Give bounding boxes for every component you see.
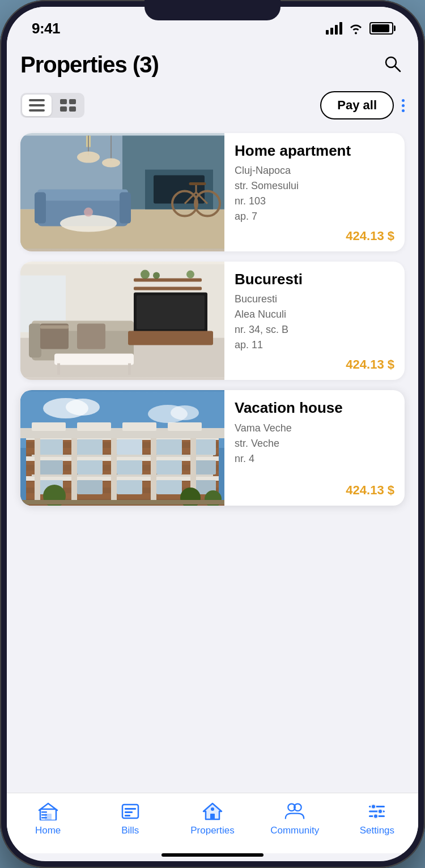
svg-rect-81 [32,474,213,477]
nav-label-settings: Settings [360,825,394,836]
svg-rect-47 [77,324,105,349]
phone-notch [144,0,280,20]
signal-icon [326,22,342,35]
svg-rect-88 [32,422,66,431]
page-header: Properties (3) [20,52,405,78]
svg-point-21 [84,208,93,217]
property-address-2: BucurestiAlea Nuculinr. 34, sc. Bap. 11 [235,292,394,353]
property-name-1: Home apartment [235,142,394,160]
property-image-1 [20,133,224,251]
nav-label-properties: Properties [190,825,234,836]
svg-rect-68 [156,439,182,455]
community-icon [284,801,305,822]
bottom-nav: Home Bills [7,793,418,853]
svg-rect-71 [77,460,103,474]
svg-rect-77 [117,480,142,494]
main-content: Properties (3) [7,41,418,793]
svg-rect-103 [41,814,47,816]
nav-item-community[interactable]: Community [266,801,323,836]
svg-rect-51 [128,364,131,375]
svg-point-99 [171,405,199,420]
nav-item-settings[interactable]: Settings [348,801,405,836]
property-card-1[interactable]: Home apartment Cluj-Napocastr. Somesului… [20,133,405,251]
nav-label-community: Community [270,825,319,836]
property-price-1: 424.13 $ [235,229,394,243]
svg-rect-83 [71,437,77,504]
search-button[interactable] [381,52,405,78]
svg-rect-4 [29,109,45,112]
pay-all-button[interactable]: Pay all [320,91,394,119]
svg-rect-89 [77,422,111,431]
list-view-button[interactable] [22,95,52,116]
svg-rect-5 [60,99,67,104]
settings-icon [367,801,387,822]
phone-screen: 9:41 Properties (3) [7,7,418,861]
property-card-2[interactable]: Bucuresti BucurestiAlea Nuculinr. 34, sc… [20,262,405,380]
nav-item-bills[interactable]: Bills [102,801,159,836]
home-icon [38,801,58,822]
toolbar-right: Pay all [320,91,405,119]
svg-point-29 [77,152,100,163]
svg-rect-85 [151,437,156,504]
svg-point-97 [66,399,100,416]
property-card-3[interactable]: Vacation house Vama Vechestr. Vechenr. 4… [20,390,405,506]
property-address-1: Cluj-Napocastr. Somesuluinr. 103ap. 7 [235,163,394,224]
nav-label-bills: Bills [121,825,139,836]
property-image-3 [20,390,224,506]
svg-rect-76 [77,480,103,494]
svg-rect-106 [125,808,136,810]
svg-rect-39 [134,287,202,290]
svg-rect-102 [41,811,47,813]
property-image-2 [20,262,224,380]
property-name-2: Bucuresti [235,271,394,288]
property-info-1: Home apartment Cluj-Napocastr. Somesului… [224,133,405,251]
svg-rect-3 [29,104,45,106]
svg-rect-48 [40,326,69,329]
grid-view-icon [60,99,76,112]
svg-point-31 [102,159,120,168]
status-icons [326,22,393,35]
nav-item-home[interactable]: Home [20,801,76,836]
svg-point-110 [211,807,214,811]
property-info-2: Bucuresti BucurestiAlea Nuculinr. 34, sc… [224,262,405,380]
property-price-2: 424.13 $ [235,357,394,372]
nav-item-properties[interactable]: Properties [184,801,241,836]
view-toggle [20,93,84,118]
svg-point-117 [378,809,382,814]
svg-point-118 [373,814,378,819]
properties-icon [202,801,223,822]
svg-line-1 [395,66,400,71]
svg-rect-37 [137,296,205,330]
svg-rect-82 [35,437,40,504]
svg-rect-2 [29,99,45,101]
status-time: 9:41 [32,20,60,37]
svg-rect-109 [210,814,215,819]
wifi-icon [348,22,364,35]
svg-rect-17 [35,193,46,224]
svg-point-116 [371,805,376,809]
svg-rect-8 [69,106,76,112]
svg-rect-18 [120,193,131,224]
svg-rect-70 [37,460,63,474]
toolbar: Pay all [20,91,405,119]
svg-point-19 [60,215,117,232]
svg-rect-52 [128,331,213,345]
svg-point-41 [153,272,160,279]
svg-rect-16 [37,190,128,201]
svg-rect-45 [29,324,41,358]
svg-rect-91 [168,422,202,431]
property-address-3: Vama Vechestr. Vechenr. 4 [235,421,394,479]
svg-rect-73 [156,460,182,474]
svg-rect-78 [156,480,182,494]
grid-view-button[interactable] [53,95,83,116]
property-price-3: 424.13 $ [235,483,394,498]
battery-icon [369,22,393,35]
more-options-button[interactable] [402,99,405,112]
svg-rect-107 [125,811,133,813]
svg-rect-65 [37,439,63,455]
svg-rect-38 [134,279,202,282]
svg-rect-50 [57,364,60,375]
svg-rect-66 [77,439,103,455]
svg-rect-84 [111,437,117,504]
svg-rect-64 [26,476,219,481]
